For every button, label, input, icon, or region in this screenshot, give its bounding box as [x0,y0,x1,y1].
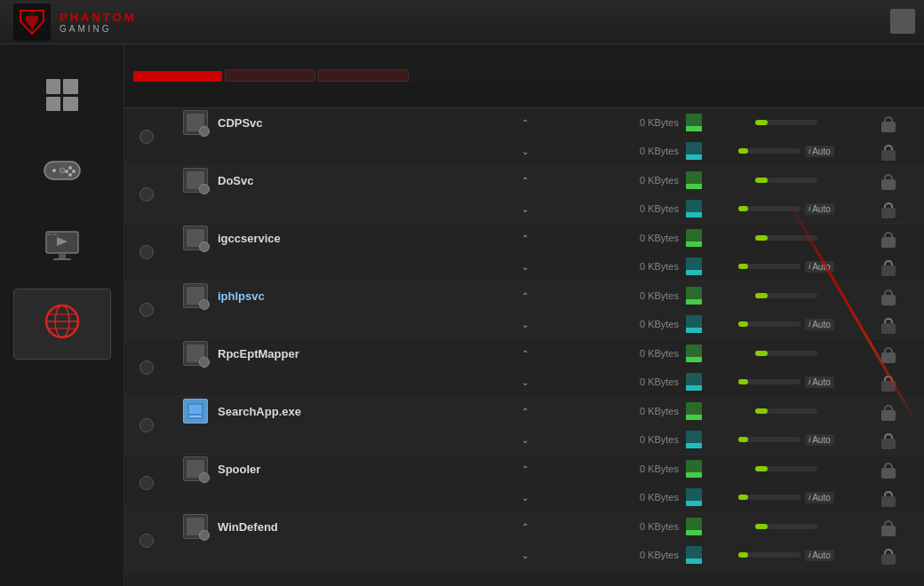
arrow-up-btn[interactable]: ⌃ [517,461,533,477]
priority-bar-down [738,495,801,500]
row-download: ⌄ 0 KBytes i Auto [169,541,924,569]
bandwidth-down-val: 0 KBytes [617,434,679,445]
row-radio[interactable] [139,187,154,202]
arrow-up-btn[interactable]: ⌃ [517,288,533,304]
lock-icon-down[interactable] [880,314,897,334]
table-row: SearchApp.exe ⌃ 0 KBytes [124,397,924,455]
arrow-down-btn[interactable]: ⌄ [517,432,533,447]
arrow-down-btn[interactable]: ⌄ [517,258,533,274]
bandwidth-up: 0 KBytes [538,171,715,189]
arrow-down-btn[interactable]: ⌄ [517,374,533,390]
sidebar-item-auto[interactable] [13,62,111,133]
close-button[interactable] [890,9,915,34]
arrow-up-btn[interactable]: ⌃ [517,115,533,131]
lock-icon-down[interactable] [880,141,897,161]
priority-bar-down [738,206,801,211]
tab-info[interactable] [318,69,409,82]
app-name: WinDefend [218,520,517,534]
bw-bar-fill-up [686,184,702,189]
arrow-up-btn[interactable]: ⌃ [517,403,533,419]
priority-down: i Auto [715,376,857,388]
sidebar-item-browser[interactable] [13,289,111,360]
table-row: igccservice ⌃ 0 KBytes [124,224,924,281]
priority-down: i Auto [715,550,857,561]
tab-mainpage[interactable] [133,71,222,82]
block-up [857,286,920,305]
block-down [857,545,920,565]
arrow-up-btn[interactable]: ⌃ [517,345,533,361]
sidebar-item-stream[interactable] [13,213,111,284]
priority-bar-down [738,379,801,384]
app-icon-area [173,168,218,193]
arrow-down-btn[interactable]: ⌄ [517,489,533,505]
bw-bar-up [686,287,702,305]
priority-fill-down [738,321,748,327]
priority-fill-down [738,206,748,211]
priority-up [715,178,857,183]
lock-icon-up[interactable] [880,113,897,132]
arrow-up-btn[interactable]: ⌃ [517,230,533,246]
row-radio[interactable] [139,130,154,144]
arrow-down-btn[interactable]: ⌄ [517,201,533,217]
priority-bar-up [755,120,817,125]
priority-up [715,235,857,241]
sidebar-item-game[interactable] [13,138,111,209]
priority-fill-down [738,495,748,500]
row-radio[interactable] [139,418,154,432]
arrow-down-btn[interactable]: ⌄ [517,316,533,332]
bw-bar-fill-up [686,242,702,247]
priority-fill-up [755,235,768,241]
priority-fill-up [755,524,768,529]
title-bar: PHANTOM GAMING [0,0,924,44]
row-upload: RpcEptMapper ⌃ 0 KBytes [169,339,924,368]
row-radio[interactable] [139,476,154,490]
lock-icon-down[interactable] [880,545,897,565]
app-icon [183,456,208,481]
lock-icon-down[interactable] [880,199,897,218]
auto-icon [46,79,78,111]
lock-icon-down[interactable] [880,257,897,276]
arrow-down-btn[interactable]: ⌄ [517,143,533,159]
bw-bar-down [686,431,702,448]
svg-point-5 [68,166,72,170]
lock-icon-up[interactable] [880,344,897,363]
bandwidth-up-val: 0 KBytes [617,117,679,128]
arrow-up-btn[interactable]: ⌃ [517,172,533,188]
lock-icon-down[interactable] [880,372,897,392]
tab-setting[interactable] [225,69,315,82]
bandwidth-down-val: 0 KBytes [617,376,679,387]
row-radio[interactable] [139,303,154,317]
row-radio[interactable] [139,245,154,259]
lock-icon-up[interactable] [880,228,897,248]
priority-up [715,120,857,125]
row-download: ⌄ 0 KBytes i Auto [169,483,924,511]
row-upload: DoSvc ⌃ 0 KBytes [169,166,924,194]
arrow-down-btn[interactable]: ⌄ [517,547,533,563]
bandwidth-up-val: 0 KBytes [617,521,679,532]
bw-bar-up [686,171,702,189]
row-content: iphlpsvc ⌃ 0 KBytes [169,281,924,338]
priority-label: i Auto [805,261,834,273]
lock-icon-up[interactable] [880,286,897,305]
table-row: CDPSvc ⌃ 0 KBytes [124,108,924,166]
app-icon-search [183,399,208,424]
svg-rect-13 [53,234,57,235]
row-radio[interactable] [139,534,154,548]
lock-icon-down[interactable] [880,430,897,449]
app-name: CDPSvc [218,116,517,130]
lock-icon-up[interactable] [880,170,897,190]
priority-auto-label: Auto [812,262,831,272]
lock-icon-up[interactable] [880,517,897,536]
lock-icon-up[interactable] [880,401,897,421]
row-radio[interactable] [139,360,154,375]
app-name: DoSvc [218,174,517,187]
lock-icon-up[interactable] [880,459,897,479]
row-content: CDPSvc ⌃ 0 KBytes [169,108,924,165]
lock-body-down [881,323,896,334]
svg-rect-15 [59,253,66,258]
priority-bar-up [755,524,817,529]
lock-icon-down[interactable] [880,487,897,507]
arrow-up-btn[interactable]: ⌃ [517,519,533,535]
block-down [857,257,920,276]
bw-bar-fill-down [686,212,702,218]
